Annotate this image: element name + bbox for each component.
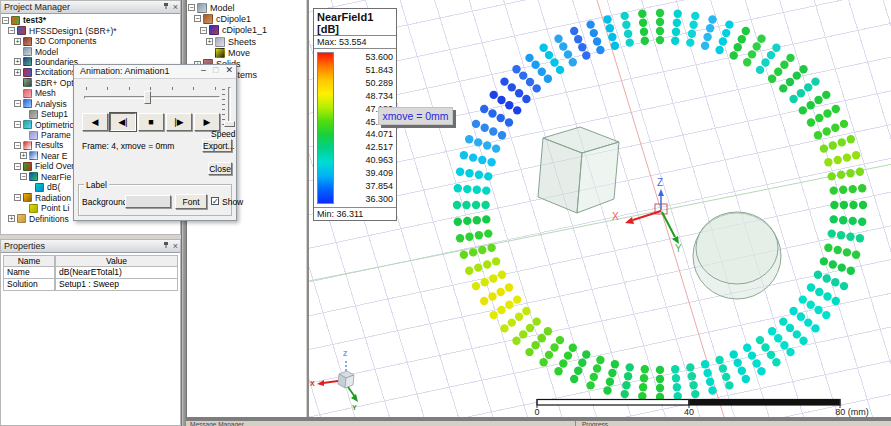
tree-item-label: cDipole1 bbox=[216, 14, 251, 24]
show-checkbox[interactable]: ✓ bbox=[211, 197, 219, 205]
animation-dialog[interactable]: Animation: Animation1 – □ ✕ ◀◀|■|▶▶ Spee… bbox=[73, 64, 237, 221]
collapse-icon[interactable]: − bbox=[200, 27, 207, 34]
tree-item[interactable]: −cDipole1_1 bbox=[187, 25, 306, 36]
nearfield-icon bbox=[29, 172, 38, 181]
ruler-tick-0: 0 bbox=[534, 407, 539, 417]
expand-icon[interactable]: + bbox=[14, 38, 21, 45]
legend-title: NearField1 bbox=[317, 11, 393, 23]
frame-status-text: Frame: 4, xmove = 0mm bbox=[82, 141, 174, 151]
tree-item-label: Mesh bbox=[35, 88, 56, 98]
font-button[interactable]: Font bbox=[175, 194, 207, 209]
property-row[interactable]: NamedB(NearETotal1) bbox=[3, 267, 178, 279]
step-forward-button[interactable]: |▶ bbox=[166, 113, 192, 131]
collapse-icon[interactable]: − bbox=[8, 27, 15, 34]
tree-item[interactable]: −test3* bbox=[1, 15, 180, 25]
tree-item[interactable]: +3D Components bbox=[1, 36, 180, 46]
tree-item-label: Analysis bbox=[35, 99, 67, 109]
tree-item-label: Model bbox=[35, 47, 58, 57]
property-value[interactable]: Setup1 : Sweep bbox=[55, 279, 178, 291]
results-icon bbox=[23, 141, 32, 150]
background-color-button[interactable] bbox=[125, 195, 171, 208]
boundaries-icon bbox=[23, 57, 32, 66]
nearfield-dot-ring bbox=[453, 9, 867, 401]
tree-item-label: Parame bbox=[41, 130, 71, 140]
label-group-title: Label bbox=[84, 180, 109, 190]
frame-slider-thumb[interactable] bbox=[144, 91, 151, 104]
expand-icon[interactable]: + bbox=[14, 58, 21, 65]
minimize-icon[interactable]: – bbox=[201, 65, 206, 75]
close-icon[interactable]: × bbox=[173, 241, 178, 251]
maximize-icon[interactable]: □ bbox=[213, 65, 218, 75]
ruler-tick-80: 80 (mm) bbox=[835, 407, 869, 417]
tree-item[interactable]: −cDipole1 bbox=[187, 13, 306, 24]
stop-button[interactable]: ■ bbox=[138, 113, 164, 131]
mesh-icon bbox=[23, 89, 32, 98]
box-object[interactable] bbox=[538, 127, 619, 213]
x-axis-label: X bbox=[612, 211, 619, 222]
collapse-icon[interactable]: − bbox=[194, 15, 201, 22]
tree-item[interactable]: +Sheets bbox=[187, 36, 306, 47]
collapse-icon[interactable]: − bbox=[14, 121, 21, 128]
legend-units: [dB] bbox=[317, 23, 393, 35]
play-reverse-button[interactable]: ◀ bbox=[82, 113, 108, 131]
legend-value: 53.600 bbox=[334, 52, 393, 62]
legend-value: 44.071 bbox=[334, 129, 393, 139]
collapse-icon[interactable]: − bbox=[14, 163, 21, 170]
excitations-icon bbox=[23, 68, 32, 77]
tree-item-label: Sheets bbox=[228, 37, 256, 47]
expand-icon[interactable]: + bbox=[20, 152, 27, 159]
show-label: Show bbox=[222, 197, 243, 207]
xmove-annotation[interactable]: xmove = 0mm bbox=[378, 107, 453, 125]
legend-min: Min: 36.311 bbox=[314, 207, 396, 220]
properties-col-value: Value bbox=[55, 255, 178, 267]
step-back-button[interactable]: ◀| bbox=[110, 113, 136, 131]
collapse-icon[interactable]: − bbox=[14, 142, 21, 149]
cylinder-object[interactable] bbox=[693, 212, 781, 299]
z-axis-label: Z bbox=[657, 177, 663, 188]
background-label: Background: bbox=[82, 197, 130, 207]
tree-item-label: HFSSDesign1 (SBR+)* bbox=[29, 26, 117, 36]
corner-axes: X Y Z bbox=[310, 350, 358, 411]
property-row[interactable]: SolutionSetup1 : Sweep bbox=[3, 279, 178, 291]
properties-titlebar: Properties × bbox=[1, 240, 180, 253]
tree-item-label: Model bbox=[210, 3, 235, 13]
speed-slider-thumb[interactable] bbox=[224, 121, 235, 127]
tree-item-label: NearFie bbox=[41, 172, 71, 182]
ruler-tick-40: 40 bbox=[684, 407, 694, 417]
properties-title: Properties bbox=[4, 241, 45, 251]
pin-icon[interactable] bbox=[162, 241, 170, 249]
collapse-icon[interactable]: − bbox=[2, 17, 9, 24]
collapse-icon[interactable]: − bbox=[14, 194, 21, 201]
collapse-icon[interactable]: − bbox=[188, 4, 195, 11]
expand-icon[interactable]: + bbox=[206, 38, 213, 45]
property-value[interactable]: dB(NearETotal1) bbox=[55, 267, 178, 279]
x-axis-label: X bbox=[310, 380, 315, 387]
tree-item[interactable]: −Model bbox=[187, 2, 306, 13]
collapse-icon[interactable]: − bbox=[20, 173, 27, 180]
legend-value: 39.409 bbox=[334, 168, 393, 178]
model-icon bbox=[197, 3, 207, 13]
frame-slider[interactable] bbox=[84, 96, 220, 99]
tree-item-label: Definitions bbox=[29, 214, 69, 224]
project-manager-title: Project Manager bbox=[4, 2, 70, 12]
tree-item[interactable]: −HFSSDesign1 (SBR+)* bbox=[1, 25, 180, 35]
expand-icon[interactable]: + bbox=[14, 69, 21, 76]
component-instance-icon bbox=[209, 25, 219, 35]
legend-value: 48.734 bbox=[334, 91, 393, 101]
expand-icon[interactable]: + bbox=[8, 215, 15, 222]
tree-item-label: Move bbox=[228, 48, 250, 58]
pin-icon[interactable] bbox=[162, 2, 170, 10]
export-button[interactable]: Export... bbox=[202, 139, 232, 152]
collapse-icon[interactable]: − bbox=[14, 100, 21, 107]
tree-item[interactable]: Model bbox=[1, 46, 180, 56]
point-list-icon bbox=[29, 204, 38, 213]
tree-item-label: Setup1 bbox=[41, 109, 68, 119]
tree-item-label: Excitations bbox=[35, 67, 76, 77]
close-icon[interactable]: × bbox=[173, 2, 178, 12]
design-icon bbox=[17, 26, 26, 35]
close-icon[interactable]: ✕ bbox=[225, 65, 233, 75]
close-button[interactable]: Close bbox=[208, 162, 232, 175]
tree-item[interactable]: Move bbox=[187, 47, 306, 58]
3d-viewport[interactable]: Z X Y X Y Z 0 bbox=[307, 0, 891, 417]
definitions-icon bbox=[17, 214, 26, 223]
